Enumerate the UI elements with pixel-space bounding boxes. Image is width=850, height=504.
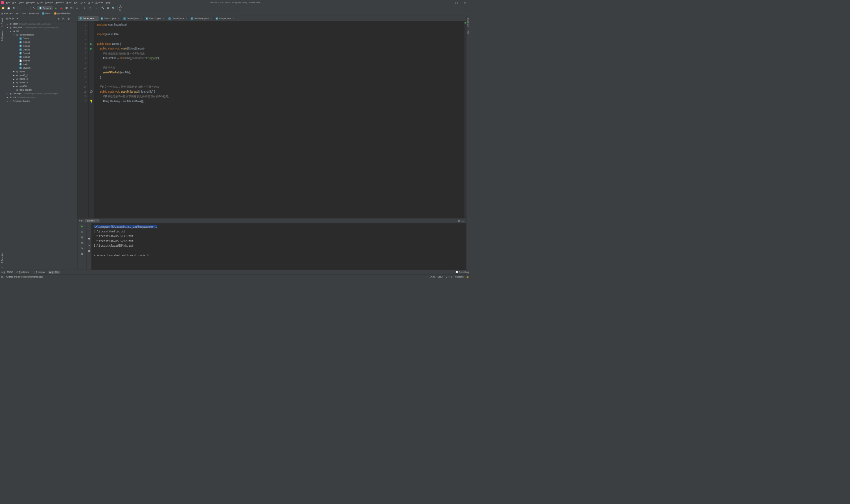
rail-database[interactable]: Database [467, 17, 470, 28]
previous-icon[interactable]: ✎ [80, 246, 84, 250]
breadcrumb-item[interactable]: ▦ idea_test [1, 12, 13, 15]
tree-item[interactable]: 📄java.txt [4, 59, 77, 62]
tree-item[interactable]: ▼▦idea_testE:\IdeaProjects\JavaSE_code\i… [4, 25, 77, 29]
minimize-button[interactable]: — [444, 0, 452, 5]
event-log-button[interactable]: 💬 Event Log [455, 271, 469, 274]
breadcrumb-item[interactable]: C Demo [42, 12, 51, 15]
project-tree[interactable]: ▶▦daierE:\IdeaProjects\JavaSE_code\daier… [4, 21, 77, 270]
breadcrumb-item[interactable]: liudashuai [29, 12, 39, 15]
close-icon[interactable]: × [118, 17, 119, 20]
tree-item[interactable]: ▶▸▮work9_1 [4, 73, 77, 77]
code-editor[interactable]: package com.liudashuai; import java.io.F… [94, 21, 464, 218]
status-encoding[interactable]: UTF-8 [446, 275, 452, 278]
tree-item[interactable]: CDemo4 [4, 52, 77, 55]
editor-tab[interactable]: CDemo2.java× [121, 16, 144, 21]
close-icon[interactable]: × [141, 17, 142, 20]
search-icon[interactable]: 🔍 [112, 6, 115, 10]
lock-icon[interactable]: 🔒 [466, 275, 469, 278]
menu-edit[interactable]: Edit [12, 1, 16, 4]
run-icon[interactable]: ▶ [54, 6, 58, 10]
rail-structure[interactable]: 7: Structure [0, 30, 3, 42]
tool-window-icon[interactable]: ◫ [1, 275, 3, 278]
dropdown-icon[interactable]: ▾ [17, 17, 18, 20]
rail-project[interactable]: 1: Project [0, 17, 3, 28]
editor-tab[interactable]: CInteger.java× [214, 16, 236, 21]
gear-icon[interactable]: ⚙ [457, 219, 461, 223]
menu-tools[interactable]: Tools [81, 1, 86, 4]
bottom-tab-4-run[interactable]: ▶ 4: Run [49, 271, 60, 274]
menu-window[interactable]: Window [95, 1, 103, 4]
tree-item[interactable]: CNode [4, 62, 77, 66]
menu-run[interactable]: Run [74, 1, 78, 4]
menu-build[interactable]: Build [67, 1, 71, 4]
hammer-icon[interactable]: 🔨 [32, 6, 36, 10]
translate-icon[interactable]: 文A [119, 6, 123, 10]
collapse-icon[interactable]: ⇱ [61, 17, 66, 21]
close-button[interactable]: ✕ [461, 0, 469, 5]
editor-tab[interactable]: CDemo1.java× [99, 16, 122, 21]
breadcrumb-item[interactable]: m getAllFilePath [54, 12, 71, 15]
breadcrumb-item[interactable]: src [16, 12, 19, 15]
rerun-icon[interactable]: ▶ [80, 224, 84, 229]
close-icon[interactable]: × [186, 17, 187, 20]
tree-item[interactable]: ▦idea_test.iml [4, 88, 77, 92]
run-config-selector[interactable]: C Demo ▾ [37, 6, 52, 10]
run-tab[interactable]: ▣ Demo × [85, 219, 99, 223]
settings-icon[interactable]: 🔧 [101, 6, 105, 10]
pin-icon[interactable]: ▤ [80, 241, 84, 245]
down-icon[interactable]: ↓ [87, 230, 91, 234]
bottom-tab-6-todo[interactable]: ≡ 6: TODO [1, 271, 13, 274]
status-indent[interactable]: 4 spaces [455, 275, 464, 278]
status-eol[interactable]: CRLF [438, 275, 443, 278]
breadcrumb-item[interactable]: com [22, 12, 26, 15]
gear-icon[interactable]: ⚙ [67, 17, 71, 21]
profile-icon[interactable]: ◷▾ [70, 6, 74, 10]
tree-item[interactable]: CDemo5 [4, 55, 77, 59]
tree-item[interactable]: ▶▸▮work8 [4, 70, 77, 73]
rail-favorites[interactable]: 2: Favorites [0, 251, 3, 264]
tree-item[interactable]: ▶▦managerE:\IdeaProjects\JavaSE_code\man… [4, 92, 77, 96]
vcs-update-icon[interactable]: ⬇ [83, 6, 87, 10]
menu-code[interactable]: Code [37, 1, 42, 4]
tree-item[interactable]: ▶▸▮work9_2 [4, 77, 77, 81]
print-icon[interactable]: 🖶 [87, 249, 91, 253]
tree-item[interactable]: CDemo3 [4, 48, 77, 52]
menu-view[interactable]: View [19, 1, 23, 4]
tree-item[interactable]: CStudent [4, 66, 77, 70]
stop-icon[interactable]: ■ [80, 230, 84, 234]
menu-file[interactable]: File [6, 1, 10, 4]
close-icon[interactable]: × [163, 17, 164, 20]
tree-item[interactable]: ▶▦daierE:\IdeaProjects\JavaSE_code\daier [4, 22, 77, 25]
rail-ant[interactable]: Ant [467, 30, 470, 35]
editor-tab[interactable]: CDemo.java× [77, 16, 98, 21]
maximize-button[interactable]: ▢ [452, 0, 460, 5]
tree-item[interactable]: ▶▦testE:\IdeaProjects\test [4, 96, 77, 99]
refresh-icon[interactable]: ↻ [12, 6, 16, 10]
stop-icon[interactable]: ■ [75, 6, 79, 10]
tree-item[interactable]: CDemo [4, 37, 77, 40]
wrap-icon[interactable]: ⇆ [87, 237, 91, 241]
back-icon[interactable]: ← [19, 6, 23, 10]
up-icon[interactable]: ↑ [87, 224, 91, 229]
menu-navigate[interactable]: Navigate [26, 1, 35, 4]
forward-icon[interactable]: → [24, 6, 29, 10]
tree-item[interactable]: ▶▸▮work10 [4, 85, 77, 88]
debug-icon[interactable]: 🐞 [59, 6, 63, 10]
hide-panel-icon[interactable]: — [72, 17, 76, 21]
tree-item[interactable]: CDemo1 [4, 40, 77, 44]
tree-item[interactable]: ▶▸▮work9_3 [4, 81, 77, 84]
coverage-icon[interactable]: ◧ [65, 6, 68, 10]
console-output[interactable]: "D:\1program file\Java\jdk1.8.0_231\bin\… [92, 223, 467, 270]
bottom-tab-problems[interactable]: ⚠ Problems [16, 271, 29, 274]
tree-item[interactable]: ▶⫴External Libraries [4, 99, 77, 103]
hide-icon[interactable]: — [461, 219, 465, 223]
bottom-tab-terminal[interactable]: ⬛ Terminal [33, 271, 46, 274]
close-icon[interactable]: × [232, 17, 234, 20]
delete-icon[interactable]: 🗑 [80, 252, 84, 256]
menu-analyze[interactable]: Analyze [45, 1, 53, 4]
close-icon[interactable]: × [95, 17, 97, 20]
close-icon[interactable]: × [211, 17, 212, 20]
editor-tab[interactable]: CDemo4.java× [166, 16, 189, 21]
save-icon[interactable]: 💾 [6, 6, 10, 10]
menu-refactor[interactable]: Refactor [55, 1, 64, 4]
